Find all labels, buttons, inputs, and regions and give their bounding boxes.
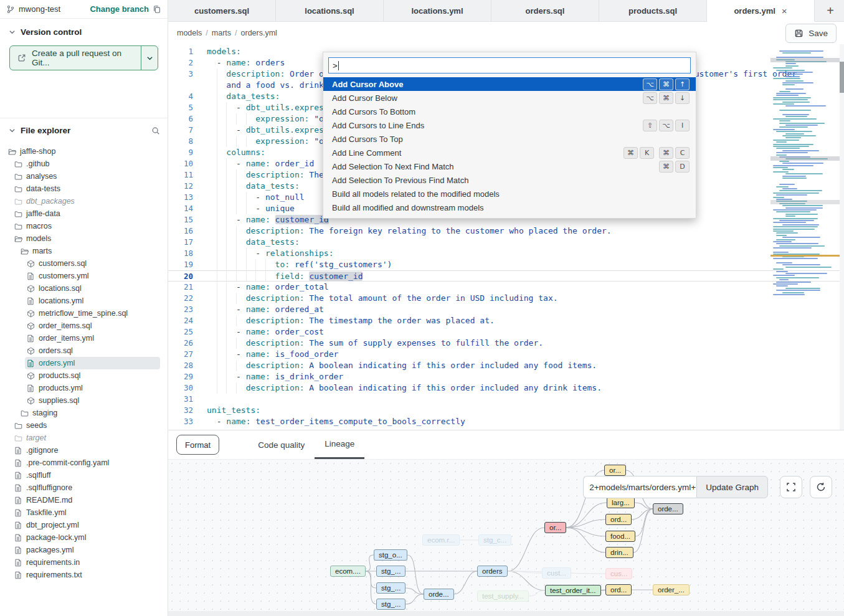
code-line-31[interactable]: 31 [168, 394, 844, 405]
lineage-canvas[interactable]: 2+models/marts/orders.yml+ Update Graph … [168, 459, 844, 611]
lineage-node-food[interactable]: food... [605, 531, 635, 542]
code-line-18[interactable]: 18 - relationships: [168, 248, 844, 259]
code-line-16[interactable]: 16 description: The foreign key relating… [168, 225, 844, 237]
palette-item[interactable]: Build all modified and downstream models [323, 201, 696, 214]
tree-item-products-yml[interactable]: products.yml [0, 382, 168, 394]
tree-item-models[interactable]: models [0, 232, 168, 245]
tree-item-target[interactable]: target [0, 432, 168, 444]
tree-item-requirements-in[interactable]: requirements.in [0, 556, 168, 569]
lineage-node-cus_f[interactable]: cus... [605, 568, 632, 579]
tree-item-readme-md[interactable]: README.md [0, 494, 168, 506]
file-explorer-header[interactable]: File explorer [0, 118, 168, 140]
code-line-30[interactable]: 30 description: A boolean indicating if … [168, 382, 844, 394]
tree-item-customers-sql[interactable]: customers.sql [0, 257, 168, 270]
tree-item-requirements-txt[interactable]: requirements.txt [0, 569, 168, 581]
create-pr-button[interactable]: Create a pull request on Git... [9, 45, 158, 70]
fullscreen-button[interactable] [780, 476, 802, 498]
tab-orders-yml[interactable]: orders.yml× [707, 0, 815, 22]
lineage-node-or_pink[interactable]: or... [544, 522, 566, 533]
palette-item[interactable]: Add Line Comment⌘K⌘C [323, 146, 696, 159]
code-line-24[interactable]: 24 description: The timestamp the order … [168, 315, 844, 326]
code-line-25[interactable]: 25 - name: order_cost [168, 326, 844, 338]
tab-products-sql[interactable]: products.sql [599, 0, 707, 21]
panel-tab-lineage[interactable]: Lineage [315, 430, 364, 459]
pr-dropdown-toggle[interactable] [141, 46, 158, 70]
code-line-23[interactable]: 23 - name: ordered_at [168, 304, 844, 315]
tree-item-jaffle-shop[interactable]: jaffle-shop [0, 145, 168, 158]
code-line-28[interactable]: 28 description: A boolean indicating if … [168, 360, 844, 371]
tree-item-orders-yml[interactable]: orders.yml [0, 357, 168, 369]
close-icon[interactable]: × [782, 6, 787, 16]
lineage-node-or_top[interactable]: or... [604, 465, 626, 476]
code-line-17[interactable]: 17 data_tests: [168, 237, 844, 248]
palette-item[interactable]: Add Selection To Previous Find Match [323, 173, 696, 187]
search-icon[interactable] [151, 126, 160, 135]
lineage-node-orde_g[interactable]: orde... [653, 503, 683, 514]
horizontal-scrollbar[interactable] [168, 611, 844, 616]
save-button[interactable]: Save [785, 24, 837, 43]
copy-icon[interactable] [153, 5, 161, 14]
lineage-node-stg2[interactable]: stg_... [376, 582, 405, 594]
tab-orders-sql[interactable]: orders.sql [491, 0, 599, 21]
lineage-node-ecom_r[interactable]: ecom.r... [422, 534, 460, 546]
tree-item-dbt-packages[interactable]: dbt_packages [0, 195, 168, 207]
tree-item-locations-sql[interactable]: locations.sql [0, 282, 168, 295]
tree-item--sqlfluff[interactable]: .sqlfluff [0, 469, 168, 481]
code-line-27[interactable]: 27 - name: is_food_order [168, 349, 844, 360]
palette-item[interactable]: Add Cursors to Line Ends⇧⌥I [323, 118, 696, 132]
code-line-26[interactable]: 26 description: The sum of supply expens… [168, 338, 844, 349]
version-control-header[interactable]: Version control [0, 19, 168, 42]
lineage-node-stg3[interactable]: stg_... [376, 599, 405, 610]
tree-item--sqlfluffignore[interactable]: .sqlfluffignore [0, 481, 168, 494]
tree-item-marts[interactable]: marts [0, 245, 168, 257]
new-tab-button[interactable]: + [817, 0, 844, 21]
tree-item--pre-commit-config-yaml[interactable]: .pre-commit-config.yaml [0, 457, 168, 469]
update-graph-button[interactable]: Update Graph [696, 476, 768, 498]
tree-item-package-lock-yml[interactable]: package-lock.yml [0, 531, 168, 544]
tree-item-dbt-project-yml[interactable]: dbt_project.yml [0, 519, 168, 531]
lineage-node-orde_b[interactable]: orde... [424, 589, 454, 600]
lineage-node-stg1[interactable]: stg_... [376, 566, 405, 577]
lineage-node-stg_c[interactable]: stg_c... [478, 534, 511, 546]
tree-item-packages-yml[interactable]: packages.yml [0, 544, 168, 556]
palette-item[interactable]: Add Cursor Above⌥⌘↑ [323, 77, 696, 91]
lineage-node-drin[interactable]: drin... [605, 547, 633, 558]
tree-item-locations-yml[interactable]: locations.yml [0, 295, 168, 307]
lineage-node-ecom[interactable]: ecom.... [330, 566, 366, 577]
palette-item[interactable]: Add Cursors To Top [323, 132, 696, 146]
code-line-22[interactable]: 22 description: The total amount of the … [168, 293, 844, 304]
lineage-node-cust_f[interactable]: cust... [542, 567, 571, 579]
tree-item-analyses[interactable]: analyses [0, 170, 168, 182]
palette-item[interactable]: Add Cursor Below⌥⌘↓ [323, 91, 696, 105]
tree-item-customers-yml[interactable]: customers.yml [0, 270, 168, 282]
tab-locations-yml[interactable]: locations.yml [384, 0, 491, 21]
palette-item[interactable]: Add Selection To Next Find Match⌘D [323, 159, 696, 173]
code-line-20[interactable]: 20 field: customer_id [168, 270, 844, 282]
palette-item[interactable]: Add Cursors To Bottom [323, 105, 696, 118]
tree-item-order-items-sql[interactable]: order_items.sql [0, 320, 168, 332]
tree-item-supplies-sql[interactable]: supplies.sql [0, 394, 168, 407]
code-line-19[interactable]: 19 to: ref('stg_customers') [168, 259, 844, 270]
format-button[interactable]: Format [176, 435, 219, 455]
tree-item-metricflow-time-spine-sql[interactable]: metricflow_time_spine.sql [0, 307, 168, 320]
lineage-filter-input[interactable]: 2+models/marts/orders.yml+ [583, 476, 696, 498]
breadcrumb-item[interactable]: marts [212, 29, 231, 37]
refresh-button[interactable] [810, 476, 832, 498]
palette-item[interactable]: Build all models related to the modified… [323, 187, 696, 201]
tree-item-jaffle-data[interactable]: jaffle-data [0, 207, 168, 220]
tab-locations-sql[interactable]: locations.sql [276, 0, 384, 21]
code-line-33[interactable]: 33 - name: test_order_items_compute_to_b… [168, 416, 844, 427]
lineage-node-tsup[interactable]: test_supply... [477, 590, 529, 602]
scrollbar-thumb[interactable] [840, 62, 844, 93]
minimap[interactable] [773, 50, 839, 300]
lineage-node-ord1[interactable]: ord... [605, 514, 632, 525]
tree-item-data-tests[interactable]: data-tests [0, 182, 168, 195]
tab-customers-sql[interactable]: customers.sql [168, 0, 276, 21]
panel-tab-code-quality[interactable]: Code quality [248, 430, 315, 459]
lineage-node-tordit[interactable]: test_order_it... [545, 585, 601, 596]
code-line-32[interactable]: 32unit_tests: [168, 405, 844, 416]
breadcrumb-item[interactable]: orders.yml [241, 29, 277, 37]
tree-item-macros[interactable]: macros [0, 220, 168, 232]
tree-item--github[interactable]: .github [0, 158, 168, 170]
tree-item-taskfile-yml[interactable]: Taskfile.yml [0, 506, 168, 519]
